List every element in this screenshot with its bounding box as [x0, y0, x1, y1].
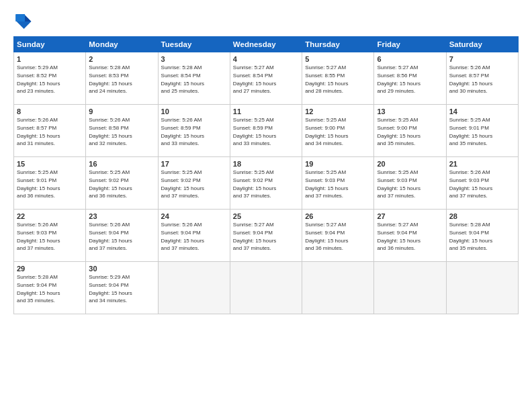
- table-row: 24Sunrise: 5:26 AMSunset: 9:04 PMDayligh…: [158, 210, 230, 262]
- weekday-header-wednesday: Wednesday: [230, 37, 302, 52]
- weekday-header-thursday: Thursday: [302, 37, 374, 52]
- table-row: 18Sunrise: 5:25 AMSunset: 9:02 PMDayligh…: [230, 157, 302, 210]
- table-row: 10Sunrise: 5:26 AMSunset: 8:59 PMDayligh…: [158, 105, 230, 157]
- weekday-header-tuesday: Tuesday: [158, 37, 230, 52]
- table-row: 28Sunrise: 5:28 AMSunset: 9:04 PMDayligh…: [446, 210, 518, 262]
- page: SundayMondayTuesdayWednesdayThursdayFrid…: [0, 0, 532, 411]
- table-row: 7Sunrise: 5:26 AMSunset: 8:57 PMDaylight…: [446, 52, 518, 105]
- table-row: 16Sunrise: 5:25 AMSunset: 9:02 PMDayligh…: [86, 157, 158, 210]
- svg-rect-2: [15, 14, 25, 21]
- weekday-header-sunday: Sunday: [14, 37, 86, 52]
- table-row: [302, 262, 374, 314]
- calendar-week-3: 15Sunrise: 5:25 AMSunset: 9:01 PMDayligh…: [14, 157, 519, 210]
- table-row: [230, 262, 302, 314]
- table-row: 20Sunrise: 5:25 AMSunset: 9:03 PMDayligh…: [374, 157, 446, 210]
- table-row: 23Sunrise: 5:26 AMSunset: 9:04 PMDayligh…: [86, 210, 158, 262]
- svg-marker-1: [24, 14, 32, 21]
- table-row: 11Sunrise: 5:25 AMSunset: 8:59 PMDayligh…: [230, 105, 302, 157]
- weekday-header-row: SundayMondayTuesdayWednesdayThursdayFrid…: [14, 37, 519, 52]
- table-row: 27Sunrise: 5:27 AMSunset: 9:04 PMDayligh…: [374, 210, 446, 262]
- table-row: 22Sunrise: 5:26 AMSunset: 9:03 PMDayligh…: [14, 210, 86, 262]
- table-row: [158, 262, 230, 314]
- table-row: 26Sunrise: 5:27 AMSunset: 9:04 PMDayligh…: [302, 210, 374, 262]
- calendar-week-5: 29Sunrise: 5:28 AMSunset: 9:04 PMDayligh…: [14, 262, 519, 314]
- table-row: 30Sunrise: 5:29 AMSunset: 9:04 PMDayligh…: [86, 262, 158, 314]
- calendar-table: SundayMondayTuesdayWednesdayThursdayFrid…: [13, 36, 519, 314]
- table-row: 5Sunrise: 5:27 AMSunset: 8:55 PMDaylight…: [302, 52, 374, 105]
- table-row: 17Sunrise: 5:25 AMSunset: 9:02 PMDayligh…: [158, 157, 230, 210]
- table-row: 3Sunrise: 5:28 AMSunset: 8:54 PMDaylight…: [158, 52, 230, 105]
- table-row: 25Sunrise: 5:27 AMSunset: 9:04 PMDayligh…: [230, 210, 302, 262]
- table-row: 12Sunrise: 5:25 AMSunset: 9:00 PMDayligh…: [302, 105, 374, 157]
- header: [13, 12, 519, 31]
- table-row: 19Sunrise: 5:25 AMSunset: 9:03 PMDayligh…: [302, 157, 374, 210]
- weekday-header-monday: Monday: [86, 37, 158, 52]
- table-row: 8Sunrise: 5:26 AMSunset: 8:57 PMDaylight…: [14, 105, 86, 157]
- calendar-week-1: 1Sunrise: 5:29 AMSunset: 8:52 PMDaylight…: [14, 52, 519, 105]
- table-row: 29Sunrise: 5:28 AMSunset: 9:04 PMDayligh…: [14, 262, 86, 314]
- table-row: 14Sunrise: 5:25 AMSunset: 9:01 PMDayligh…: [446, 105, 518, 157]
- table-row: 15Sunrise: 5:25 AMSunset: 9:01 PMDayligh…: [14, 157, 86, 210]
- logo: [13, 12, 35, 31]
- calendar-week-4: 22Sunrise: 5:26 AMSunset: 9:03 PMDayligh…: [14, 210, 519, 262]
- table-row: 21Sunrise: 5:26 AMSunset: 9:03 PMDayligh…: [446, 157, 518, 210]
- calendar-week-2: 8Sunrise: 5:26 AMSunset: 8:57 PMDaylight…: [14, 105, 519, 157]
- table-row: 4Sunrise: 5:27 AMSunset: 8:54 PMDaylight…: [230, 52, 302, 105]
- table-row: 6Sunrise: 5:27 AMSunset: 8:56 PMDaylight…: [374, 52, 446, 105]
- table-row: 2Sunrise: 5:28 AMSunset: 8:53 PMDaylight…: [86, 52, 158, 105]
- weekday-header-saturday: Saturday: [446, 37, 518, 52]
- table-row: [374, 262, 446, 314]
- table-row: 13Sunrise: 5:25 AMSunset: 9:00 PMDayligh…: [374, 105, 446, 157]
- table-row: 1Sunrise: 5:29 AMSunset: 8:52 PMDaylight…: [14, 52, 86, 105]
- logo-icon: [13, 12, 32, 31]
- table-row: [446, 262, 518, 314]
- weekday-header-friday: Friday: [374, 37, 446, 52]
- table-row: 9Sunrise: 5:26 AMSunset: 8:58 PMDaylight…: [86, 105, 158, 157]
